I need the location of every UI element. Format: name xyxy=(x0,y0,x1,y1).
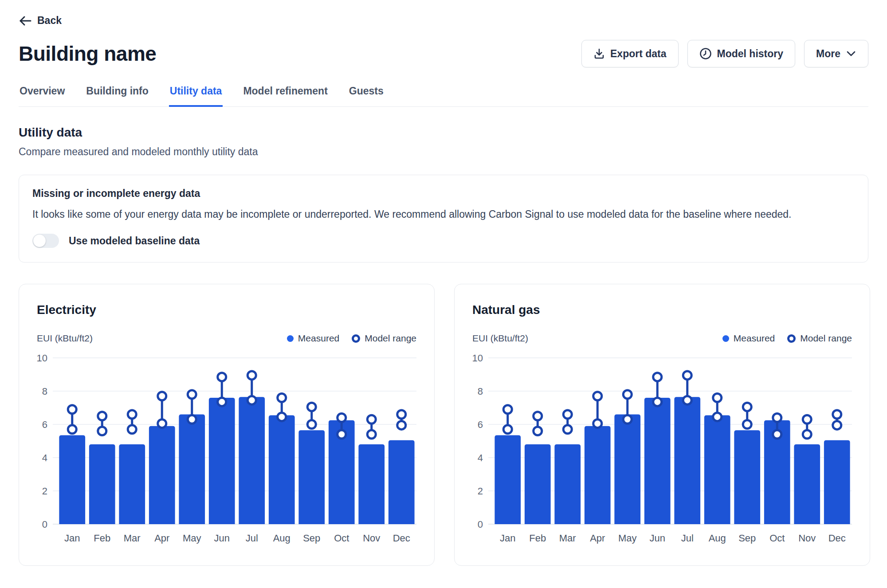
natural-gas-legend: Measured Model range xyxy=(722,333,852,344)
svg-text:2: 2 xyxy=(478,486,483,497)
svg-text:Apr: Apr xyxy=(590,533,605,544)
svg-text:8: 8 xyxy=(42,386,47,397)
natural-gas-y-axis-label: EUI (kBtu/ft2) xyxy=(472,333,528,344)
page: Back Building name Export data Model his… xyxy=(0,0,887,566)
svg-text:8: 8 xyxy=(478,386,483,397)
more-button[interactable]: More xyxy=(804,40,868,67)
legend-model-range-label: Model range xyxy=(365,333,416,344)
model-history-button[interactable]: Model history xyxy=(687,40,796,67)
svg-text:Jan: Jan xyxy=(500,533,515,544)
tab-model-refinement[interactable]: Model refinement xyxy=(242,85,328,107)
model-range-ring-icon xyxy=(787,334,796,343)
svg-text:Feb: Feb xyxy=(94,533,110,544)
legend-measured: Measured xyxy=(722,333,775,344)
legend-measured-label: Measured xyxy=(298,333,339,344)
back-link[interactable]: Back xyxy=(19,15,62,27)
measured-dot-icon xyxy=(722,335,729,342)
back-arrow-icon xyxy=(19,15,32,27)
svg-text:Aug: Aug xyxy=(709,533,726,544)
svg-text:0: 0 xyxy=(478,519,483,530)
banner-title: Missing or incomplete energy data xyxy=(32,188,855,200)
measured-dot-icon xyxy=(287,335,294,342)
legend-model-range: Model range xyxy=(787,333,852,344)
svg-text:4: 4 xyxy=(42,452,47,463)
page-title: Building name xyxy=(19,42,156,66)
svg-text:2: 2 xyxy=(42,486,47,497)
svg-text:Dec: Dec xyxy=(828,533,846,544)
natural-gas-card-meta: EUI (kBtu/ft2) Measured Model range xyxy=(472,333,852,344)
section-subtitle: Compare measured and modeled monthly uti… xyxy=(19,146,868,158)
svg-text:Jul: Jul xyxy=(246,533,258,544)
toggle-label: Use modeled baseline data xyxy=(69,235,200,247)
use-modeled-baseline-toggle[interactable] xyxy=(32,234,59,248)
natural-gas-chart: 0246810JanFebMarAprMayJunJulAugSepOctNov… xyxy=(472,351,852,548)
svg-text:Jan: Jan xyxy=(64,533,80,544)
clock-icon xyxy=(699,47,712,60)
model-range-ring-icon xyxy=(352,334,360,343)
svg-text:10: 10 xyxy=(472,353,483,364)
svg-text:May: May xyxy=(183,533,201,544)
more-label: More xyxy=(816,48,840,60)
back-label: Back xyxy=(37,15,62,27)
svg-text:0: 0 xyxy=(42,519,47,530)
header-actions: Export data Model history More xyxy=(581,40,868,67)
svg-text:Sep: Sep xyxy=(738,533,756,544)
svg-text:Jul: Jul xyxy=(681,533,694,544)
svg-text:Oct: Oct xyxy=(769,533,785,544)
chart-cards: Electricity EUI (kBtu/ft2) Measured Mode… xyxy=(19,284,868,566)
section-title: Utility data xyxy=(19,125,868,140)
baseline-toggle-row: Use modeled baseline data xyxy=(32,234,855,248)
svg-text:Mar: Mar xyxy=(124,533,141,544)
electricity-y-axis-label: EUI (kBtu/ft2) xyxy=(37,333,93,344)
title-row: Building name Export data Model history xyxy=(19,40,868,67)
export-data-label: Export data xyxy=(610,48,667,60)
chevron-down-icon xyxy=(846,50,856,57)
svg-text:10: 10 xyxy=(37,353,47,364)
svg-text:6: 6 xyxy=(478,419,483,430)
svg-text:Jun: Jun xyxy=(650,533,665,544)
svg-text:4: 4 xyxy=(478,452,483,463)
missing-data-banner: Missing or incomplete energy data It loo… xyxy=(19,175,868,263)
legend-model-range-label: Model range xyxy=(800,333,852,344)
svg-text:Sep: Sep xyxy=(303,533,320,544)
tab-guests[interactable]: Guests xyxy=(348,85,385,107)
electricity-card-title: Electricity xyxy=(37,303,416,317)
natural-gas-card-title: Natural gas xyxy=(472,303,852,317)
toggle-knob xyxy=(33,235,46,247)
svg-text:6: 6 xyxy=(42,419,47,430)
svg-text:Nov: Nov xyxy=(798,533,816,544)
legend-model-range: Model range xyxy=(352,333,416,344)
electricity-card-meta: EUI (kBtu/ft2) Measured Model range xyxy=(37,333,416,344)
svg-text:May: May xyxy=(618,533,637,544)
legend-measured: Measured xyxy=(287,333,339,344)
tab-overview[interactable]: Overview xyxy=(19,85,66,107)
export-data-button[interactable]: Export data xyxy=(581,40,679,67)
download-icon xyxy=(593,48,605,59)
svg-text:Oct: Oct xyxy=(334,533,349,544)
svg-text:Dec: Dec xyxy=(393,533,410,544)
svg-text:Feb: Feb xyxy=(529,533,546,544)
svg-text:Aug: Aug xyxy=(273,533,290,544)
electricity-legend: Measured Model range xyxy=(287,333,416,344)
legend-measured-label: Measured xyxy=(734,333,775,344)
banner-body: It looks like some of your energy data m… xyxy=(32,208,855,221)
tab-building-info[interactable]: Building info xyxy=(85,85,149,107)
svg-text:Nov: Nov xyxy=(363,533,380,544)
natural-gas-card: Natural gas EUI (kBtu/ft2) Measured Mode… xyxy=(454,284,870,566)
tab-utility-data[interactable]: Utility data xyxy=(169,85,223,107)
svg-text:Mar: Mar xyxy=(559,533,576,544)
electricity-chart: 0246810JanFebMarAprMayJunJulAugSepOctNov… xyxy=(37,351,416,548)
svg-text:Apr: Apr xyxy=(154,533,169,544)
electricity-card: Electricity EUI (kBtu/ft2) Measured Mode… xyxy=(19,284,435,566)
model-history-label: Model history xyxy=(717,48,784,60)
svg-text:Jun: Jun xyxy=(214,533,230,544)
tab-bar: Overview Building info Utility data Mode… xyxy=(19,85,868,107)
